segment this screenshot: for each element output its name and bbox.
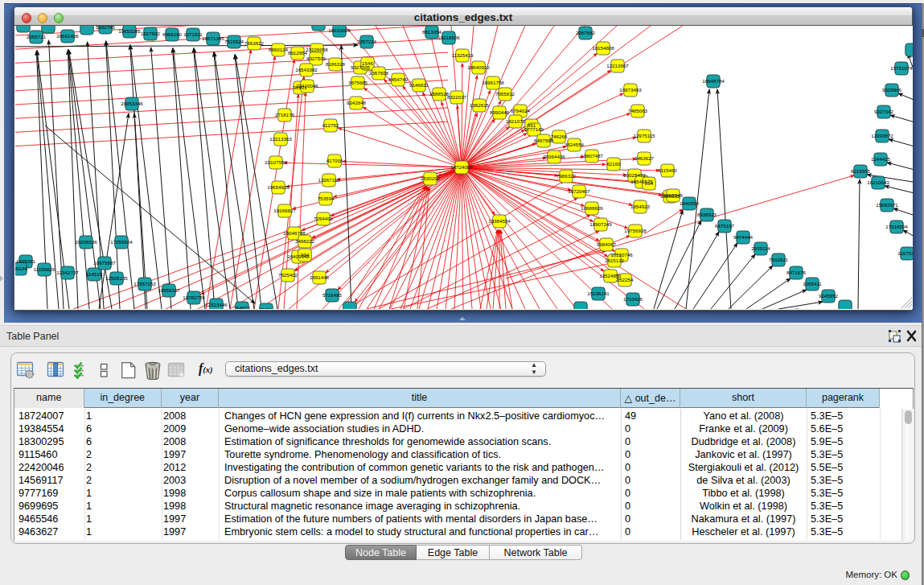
svg-text:1733426: 1733426 [623,296,643,302]
svg-text:1546: 1546 [362,60,373,66]
svg-text:6479197: 6479197 [715,223,735,229]
svg-text:20206536: 20206536 [75,239,97,245]
svg-text:1435061: 1435061 [16,258,36,264]
svg-text:19166827: 19166827 [273,208,296,213]
svg-text:2935114: 2935114 [751,245,770,251]
svg-text:417006: 417006 [326,158,343,163]
svg-text:864: 864 [645,180,654,186]
svg-text:164821: 164821 [234,305,251,309]
svg-text:13267110: 13267110 [318,177,340,183]
svg-text:11325419: 11325419 [451,52,474,58]
svg-text:16033809: 16033809 [328,27,351,33]
svg-text:252254: 252254 [617,277,634,282]
svg-text:7254402: 7254402 [314,216,334,221]
svg-text:16648784: 16648784 [702,78,725,84]
svg-text:7515524: 7515524 [224,39,244,44]
svg-text:10975887: 10975887 [93,260,116,266]
svg-text:39134: 39134 [15,266,27,271]
svg-text:8660124: 8660124 [269,47,289,52]
svg-text:2367608: 2367608 [369,70,389,76]
svg-text:19756928: 19756928 [624,228,647,233]
svg-text:12342737: 12342737 [56,270,79,275]
svg-text:1691446: 1691446 [310,274,330,280]
svg-text:2530202: 2530202 [421,175,441,181]
svg-text:19654925: 19654925 [267,184,290,190]
svg-text:15720407: 15720407 [568,188,590,194]
svg-text:9242848: 9242848 [347,100,367,105]
svg-text:10107553: 10107553 [265,159,287,165]
svg-text:10807487: 10807487 [581,153,603,159]
svg-text:1362615: 1362615 [470,102,490,108]
svg-text:16671385: 16671385 [202,35,224,41]
svg-text:18640910: 18640910 [467,64,490,70]
svg-text:8813054: 8813054 [422,29,442,35]
svg-text:9245652: 9245652 [819,293,839,299]
svg-text:16543382: 16543382 [295,67,318,72]
svg-text:1640954: 1640954 [680,200,700,206]
svg-text:2087682: 2087682 [576,30,596,35]
svg-text:2718176: 2718176 [275,112,295,117]
svg-text:8454749: 8454749 [388,76,409,82]
svg-text:17359924: 17359924 [110,239,133,245]
svg-text:8215955: 8215955 [851,168,871,174]
svg-text:18724007: 18724007 [450,164,473,170]
svg-text:994: 994 [301,252,310,257]
svg-text:3498222: 3498222 [295,238,315,244]
svg-text:16210643: 16210643 [867,179,889,185]
svg-text:7986322: 7986322 [556,173,577,179]
svg-text:753594: 753594 [318,196,335,201]
svg-text:1615132: 1615132 [605,257,625,263]
svg-text:16154808: 16154808 [592,45,614,51]
svg-text:17016504: 17016504 [885,224,908,229]
svg-text:10958107: 10958107 [158,287,180,293]
svg-text:1654923: 1654923 [630,204,651,209]
svg-text:12505135: 12505135 [105,275,128,281]
svg-text:1588520: 1588520 [429,91,450,97]
svg-text:1527602: 1527602 [141,31,161,36]
svg-text:12975115: 12975115 [633,133,655,138]
svg-text:9465546: 9465546 [663,192,684,198]
svg-text:9227342: 9227342 [874,109,894,114]
svg-text:15751074: 15751074 [890,65,913,71]
svg-text:12213967: 12213967 [606,63,629,68]
svg-text:9329966: 9329966 [882,87,902,93]
svg-text:7357224: 7357224 [357,39,377,44]
svg-text:8186328: 8186328 [326,61,346,67]
svg-text:1244415: 1244415 [871,156,891,162]
svg-text:12093872: 12093872 [871,133,893,138]
svg-text:62160: 62160 [606,161,621,167]
svg-text:8990448: 8990448 [490,109,510,115]
svg-text:7663822: 7663822 [244,40,265,46]
svg-text:22420046: 22420046 [296,83,318,89]
svg-text:19218506: 19218506 [437,35,460,40]
svg-text:8471676: 8471676 [786,270,807,275]
svg-text:15692971: 15692971 [876,202,898,208]
svg-text:9146821: 9146821 [409,82,429,88]
svg-text:7625402: 7625402 [278,272,298,278]
svg-text:8912954: 8912954 [288,50,308,56]
svg-text:19384554: 19384554 [488,218,511,224]
svg-text:6497568: 6497568 [534,138,554,143]
svg-text:10653285: 10653285 [118,28,141,34]
svg-text:11156829: 11156829 [34,266,55,272]
svg-text:8938923: 8938923 [697,212,717,217]
svg-text:10688609: 10688609 [581,205,603,211]
svg-text:3624554: 3624554 [565,142,585,147]
svg-text:2055721: 2055721 [27,34,47,39]
svg-text:12213363: 12213363 [269,136,292,142]
svg-text:16782759: 16782759 [183,295,205,300]
svg-text:20053346: 20053346 [121,101,143,106]
svg-text:10025433: 10025433 [623,172,646,178]
svg-text:16961758: 16961758 [482,80,504,85]
svg-text:7632621: 7632621 [769,257,789,262]
svg-text:114519: 114519 [86,271,103,277]
svg-text:9084067: 9084067 [597,241,617,247]
svg-text:9327509: 9327509 [306,56,326,61]
svg-text:1065411: 1065411 [803,281,822,286]
svg-text:23226058: 23226058 [306,47,328,52]
svg-text:10973493: 10973493 [619,87,642,93]
svg-text:75391: 75391 [259,307,273,309]
svg-text:20364436: 20364436 [543,154,565,159]
svg-text:20691406: 20691406 [56,33,79,39]
svg-text:7485063: 7485063 [628,108,648,113]
